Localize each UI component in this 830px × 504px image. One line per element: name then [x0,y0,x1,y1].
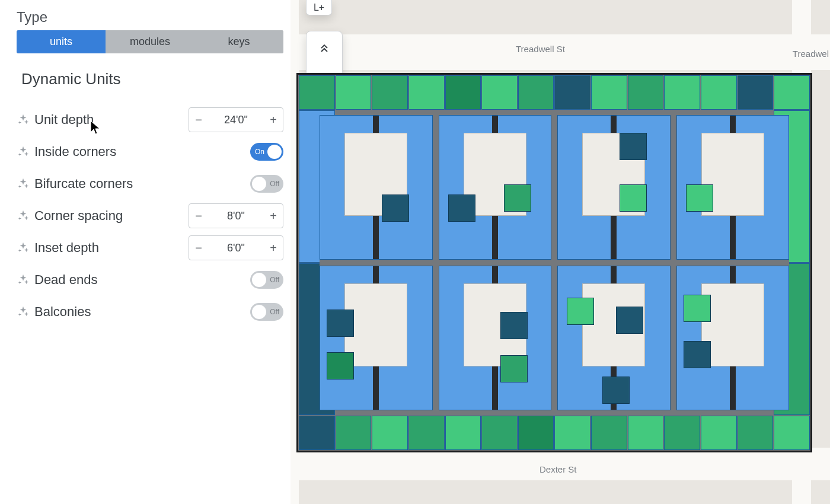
label-balconies: Balconies [34,304,91,320]
stepper-plus[interactable]: + [264,236,283,260]
toggle-dead-ends[interactable]: Off [250,271,283,289]
row-unit-depth: Unit depth − 24'0" + [17,104,283,136]
row-corner-spacing: Corner spacing − 8'0" + [17,200,283,232]
street-label-bottom: Dexter St [540,464,577,474]
tab-keys[interactable]: keys [194,30,283,53]
label-corner-spacing: Corner spacing [34,208,123,224]
row-dead-ends: Dead ends Off [17,264,283,296]
type-tabs: units modules keys [17,30,283,53]
stepper-minus[interactable]: − [189,108,208,132]
toggle-balconies[interactable]: Off [250,303,283,321]
building[interactable] [676,266,790,410]
label-unit-depth: Unit depth [34,112,94,127]
label-inside-corners: Inside corners [34,144,116,160]
stepper-minus[interactable]: − [189,204,208,228]
stepper-unit-depth[interactable]: − 24'0" + [189,107,283,132]
building[interactable] [320,266,433,410]
label-inset-depth: Inset depth [34,240,99,256]
sparkle-icon [17,305,30,318]
site-plan[interactable] [296,73,812,452]
sparkle-icon [17,241,30,254]
stepper-value: 24'0" [208,114,264,126]
tab-modules[interactable]: modules [106,30,194,53]
stepper-corner-spacing[interactable]: − 8'0" + [189,203,283,228]
building[interactable] [557,115,671,260]
building[interactable] [439,115,552,260]
toggle-knob [252,273,266,287]
sparkle-icon [17,113,30,126]
building[interactable] [557,266,671,410]
layer-button-label: L+ [314,2,324,13]
row-bifurcate-corners: Bifurcate corners Off [17,168,283,200]
map-canvas[interactable]: Treadwell St Treadwel Dexter St Fairy Al… [290,0,830,504]
building[interactable] [439,266,552,410]
sparkle-icon [17,209,30,222]
street-label-top-right: Treadwel [793,49,829,59]
layer-button[interactable]: L+ [306,0,332,15]
stepper-plus[interactable]: + [264,108,283,132]
building[interactable] [320,115,433,260]
toggle-knob [267,145,282,159]
toggle-inside-corners[interactable]: On [250,143,283,161]
stepper-value: 8'0" [208,210,264,222]
sparkle-icon [17,177,30,190]
stepper-plus[interactable]: + [264,204,283,228]
stepper-value: 6'0" [208,242,264,254]
row-inside-corners: Inside corners On [17,136,283,168]
stepper-minus[interactable]: − [189,236,208,260]
sparkle-icon [17,273,30,286]
street-label-top: Treadwell St [516,44,565,54]
label-dead-ends: Dead ends [34,272,97,288]
label-bifurcate-corners: Bifurcate corners [34,176,133,192]
row-balconies: Balconies Off [17,296,283,328]
tab-units[interactable]: units [17,30,106,53]
floor-nav-top[interactable] [307,31,342,66]
row-inset-depth: Inset depth − 6'0" + [17,232,283,264]
toggle-bifurcate-corners[interactable]: Off [250,175,283,193]
sparkle-icon [17,145,30,158]
stepper-inset-depth[interactable]: − 6'0" + [189,235,283,260]
toggle-knob [252,305,266,319]
toggle-knob [252,177,266,191]
panel-title: Type [17,9,283,25]
section-title: Dynamic Units [21,70,283,88]
settings-sidebar: Type units modules keys Dynamic Units Un… [0,0,290,504]
building-grid [320,115,789,410]
building[interactable] [676,115,790,260]
